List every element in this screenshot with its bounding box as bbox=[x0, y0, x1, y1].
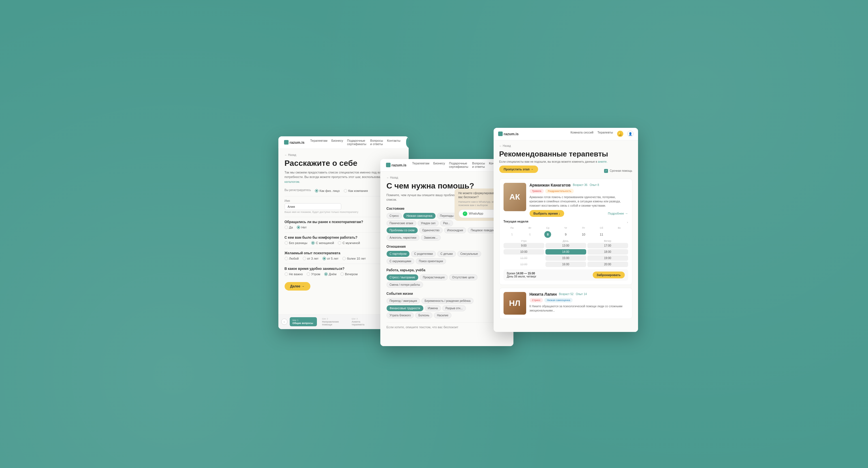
nav-certificates-1[interactable]: Подарочные сертификаты bbox=[347, 139, 367, 146]
tag-lonely[interactable]: Одиночество bbox=[419, 227, 443, 233]
back-link-3[interactable]: ← Назад bbox=[499, 144, 632, 147]
q1-no[interactable]: Нет bbox=[297, 226, 307, 229]
nav-bar-1: razum.is Терапевтам Бизнесу Подарочные с… bbox=[278, 136, 409, 149]
date-11[interactable]: 11 bbox=[598, 231, 605, 238]
tag-cheating[interactable]: Измена bbox=[425, 305, 441, 311]
tag-pregnancy[interactable]: Беременность / рождение ребёнка bbox=[422, 298, 473, 304]
tag-stress[interactable]: Стресс bbox=[386, 213, 402, 219]
calendar-next[interactable]: › bbox=[627, 221, 628, 224]
tag-emigration[interactable]: Переезд / эмиграция bbox=[386, 298, 420, 304]
tag-bereavement[interactable]: Утрата близкого bbox=[386, 312, 414, 318]
q4-morning[interactable]: Утром bbox=[307, 272, 320, 276]
tag-burnout[interactable]: Стресс / выгорание bbox=[386, 274, 418, 280]
tag-hypo[interactable]: Ипохондрия bbox=[444, 227, 466, 233]
slot-1800[interactable]: 18:00 bbox=[587, 249, 628, 255]
nav-t-2[interactable]: Терапевтам bbox=[412, 162, 429, 168]
tag-t1-anxiety[interactable]: Тревога bbox=[530, 189, 544, 193]
register-option-person[interactable]: Как физ. лицо bbox=[315, 189, 340, 193]
tag-t1-irritability[interactable]: Раздражительность bbox=[545, 189, 574, 193]
tag-finance[interactable]: Финансовые трудности bbox=[386, 305, 423, 311]
next-button-1[interactable]: Далее → bbox=[285, 282, 310, 291]
therapists-link[interactable]: Терапевты bbox=[597, 131, 613, 137]
slot-2000[interactable]: 20:00 bbox=[587, 262, 628, 267]
tag-job-change[interactable]: Смена / потеря работы bbox=[386, 282, 423, 288]
q2-male[interactable]: С мужчиной bbox=[338, 241, 360, 245]
tag-breakup[interactable]: Разрыв отн... bbox=[442, 305, 466, 311]
tag-sexual[interactable]: Сексуальные bbox=[457, 251, 481, 257]
tag-fatigue[interactable]: Упадок сил bbox=[418, 220, 439, 226]
tag-raz[interactable]: Раз... bbox=[440, 220, 454, 226]
radio-male-icon bbox=[338, 241, 341, 245]
slot-1000[interactable]: 10:00 bbox=[503, 249, 544, 255]
book-button[interactable]: Забронировать bbox=[593, 271, 625, 279]
nav-f-2[interactable]: Вопросы и ответы bbox=[472, 162, 485, 168]
register-option-company[interactable]: Как компания bbox=[344, 189, 368, 193]
tag-t2-self-esteem[interactable]: Низкая самооценка bbox=[544, 298, 572, 302]
tag-panic[interactable]: Панические атаки bbox=[386, 220, 416, 226]
nav-links-1: Терапевтам Бизнесу Подарочные сертификат… bbox=[310, 139, 400, 146]
radio-q4-evening bbox=[340, 272, 344, 276]
tag-social[interactable]: С окружающими bbox=[386, 258, 414, 264]
progress-prev[interactable]: ‹ bbox=[281, 319, 287, 325]
nav-contacts-1[interactable]: Контакты bbox=[387, 139, 400, 146]
back-link-1[interactable]: ← Назад bbox=[285, 153, 402, 156]
tag-partner[interactable]: С партнёром bbox=[386, 251, 410, 257]
nav-b-2[interactable]: Бизнесу bbox=[433, 162, 445, 168]
bell-icon[interactable]: 🔔 bbox=[617, 131, 623, 137]
details-btn-1[interactable]: Подробнее → bbox=[608, 212, 628, 215]
tag-illness[interactable]: Болезнь bbox=[415, 312, 432, 318]
tag-parents[interactable]: С родителями bbox=[411, 251, 436, 257]
q1-yes[interactable]: Да bbox=[285, 226, 293, 229]
therapist-age-2: Возраст 52 bbox=[559, 293, 574, 296]
tag-alcohol[interactable]: Алкоголь, наркотики bbox=[386, 235, 420, 241]
nav-faq-1[interactable]: Вопросы и ответы bbox=[370, 139, 383, 146]
step-2[interactable]: Шаг 2 Направление помощи bbox=[319, 316, 347, 328]
time-label-morning: Утро bbox=[503, 239, 544, 242]
date-9[interactable]: 9 bbox=[562, 231, 569, 238]
user-icon[interactable]: 👤 bbox=[627, 131, 633, 137]
q2-female[interactable]: С женщиной bbox=[311, 241, 334, 245]
skip-button[interactable]: Пропустить этап → bbox=[499, 166, 538, 173]
tag-orientation[interactable]: Поиск ориентации bbox=[416, 258, 446, 264]
tag-t2-stress[interactable]: Стресс bbox=[530, 298, 543, 302]
q2-any[interactable]: Без разницы bbox=[285, 241, 308, 245]
q3-5y[interactable]: от 5 лет bbox=[322, 257, 338, 260]
window-recommended: razum.is Комната сессий Терапевты 🔔 👤 ← … bbox=[494, 128, 638, 332]
tag-low-esteem[interactable]: Низкая самооценка bbox=[403, 213, 435, 219]
date-10[interactable]: 10 bbox=[580, 231, 587, 238]
tag-violence[interactable]: Насилие bbox=[434, 312, 452, 318]
step-3[interactable]: Шаг 3 Анкета терапевта bbox=[349, 316, 376, 328]
tag-no-goal[interactable]: Отсутствие цели bbox=[449, 274, 477, 280]
name-input[interactable] bbox=[285, 203, 341, 210]
q4-evening[interactable]: Вечером bbox=[340, 272, 358, 276]
anketa-link[interactable]: анкете. bbox=[598, 160, 608, 163]
nav-c-2[interactable]: Подарочные сертификаты bbox=[449, 162, 468, 168]
nav-cta-1[interactable]: Начать терапию → bbox=[406, 136, 409, 149]
slot-1700[interactable]: 17:00 bbox=[587, 243, 628, 248]
sessions-link[interactable]: Комната сессий bbox=[570, 131, 593, 137]
back-link-2[interactable]: ← Назад bbox=[386, 176, 507, 179]
tag-sleep[interactable]: Проблемы со сном bbox=[386, 227, 418, 233]
q3-any[interactable]: Любой bbox=[285, 257, 299, 260]
slot-1300[interactable]: 13:00 bbox=[546, 243, 586, 248]
slot-1900[interactable]: 19:00 bbox=[587, 255, 628, 261]
choose-time-btn[interactable]: Выбрать время ↓ bbox=[530, 210, 564, 217]
tag-procras[interactable]: Прокрастинация bbox=[420, 274, 448, 280]
calendar-section: Текущая неделя › Пн Вт Ср Чт Пт Сб Вс 5 bbox=[503, 220, 628, 267]
step-1-active[interactable]: Шаг 1 Общие вопросы bbox=[290, 317, 317, 326]
date-8[interactable]: 8 bbox=[544, 231, 551, 238]
slot-1600[interactable]: 16:00 bbox=[546, 262, 586, 267]
q4-any[interactable]: Не важно bbox=[285, 272, 303, 276]
slot-1400[interactable]: 14:00 bbox=[546, 249, 586, 255]
nav-business-1[interactable]: Бизнесу bbox=[331, 139, 343, 146]
day-thu: Чт bbox=[557, 226, 574, 230]
nav-therapists-1[interactable]: Терапевтам bbox=[310, 139, 328, 146]
slot-1500[interactable]: 15:00 bbox=[546, 255, 586, 261]
tag-depend[interactable]: Зависим... bbox=[421, 235, 441, 241]
logo-1: razum.is bbox=[284, 140, 305, 145]
slot-900[interactable]: 9:00 bbox=[503, 243, 544, 248]
q3-10y[interactable]: более 10 лет bbox=[342, 257, 366, 260]
q3-3y[interactable]: от 3 лет bbox=[303, 257, 319, 260]
tag-children[interactable]: С детьми bbox=[437, 251, 456, 257]
q4-day[interactable]: Днём bbox=[324, 272, 336, 276]
